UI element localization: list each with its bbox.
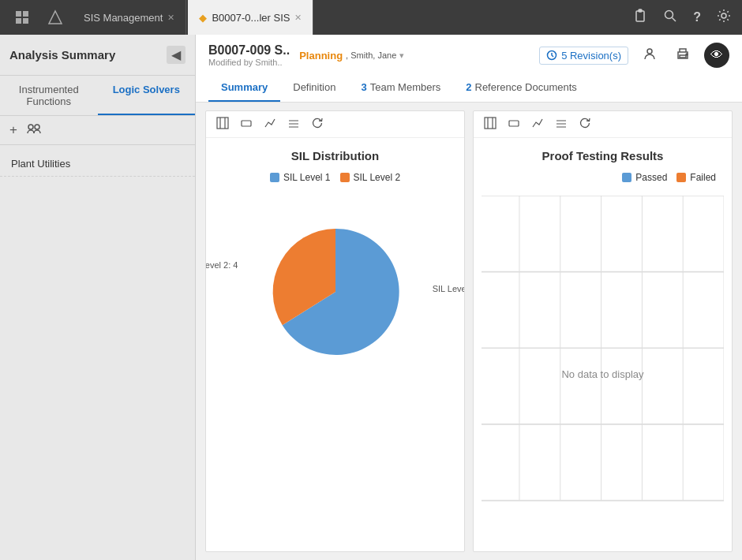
topbar-actions: ? (628, 6, 736, 29)
content-body: SIL Distribution SIL Level 1 SIL Level 2 (196, 103, 742, 560)
proof-chart-area: No data to display 2013 2014 2015 2016 2… (482, 196, 724, 551)
proof-testing-panel: Proof Testing Results Passed Failed (473, 110, 733, 552)
sil-level1-dot (270, 173, 279, 182)
doc-title: B0007-009 S.. (208, 43, 290, 58)
proof-legend-failed: Failed (676, 172, 716, 183)
pie-chart-container: SIL Level 2: 4 SIL Level 1: 5 (257, 213, 414, 373)
doc-status: Planning , Smith, Jane ▾ (299, 50, 404, 62)
sil-legend-level2: SIL Level 2 (340, 172, 401, 183)
doc-info: B0007-009 S.. Modified by Smith.. (208, 43, 290, 67)
content-area: B0007-009 S.. Modified by Smith.. Planni… (196, 35, 742, 560)
status-label: Planning (299, 50, 343, 62)
pie-label-sil1: SIL Level 1: 5 (433, 284, 465, 293)
proof-failed-dot (676, 173, 686, 182)
proof-chart-icon[interactable] (527, 114, 548, 134)
svg-rect-22 (485, 118, 496, 129)
sidebar-tab-logic-solvers[interactable]: Logic Solvers (98, 76, 196, 115)
sidebar-header: Analysis Summary ◀ (0, 35, 195, 76)
avatar: 👁 (704, 43, 729, 68)
sidebar-tab-instrumented-functions[interactable]: Instrumented Functions (0, 76, 98, 115)
tab-b0007-close[interactable]: ✕ (294, 13, 302, 23)
search-button[interactable] (658, 6, 682, 29)
main-layout: Analysis Summary ◀ Instrumented Function… (0, 35, 742, 560)
tab-b0007-icon: ◆ (199, 12, 207, 24)
pie-label-sil2: SIL Level 2: 4 (205, 260, 238, 270)
svg-rect-15 (680, 55, 686, 58)
revision-button[interactable]: 5 Revision(s) (539, 47, 628, 65)
tab-sis-management-close[interactable]: ✕ (167, 13, 174, 23)
svg-rect-0 (16, 11, 21, 17)
user-icon[interactable] (638, 44, 661, 66)
svg-marker-4 (49, 11, 62, 24)
sil-level2-dot (340, 173, 350, 182)
proof-chart-title: Proof Testing Results (542, 149, 664, 162)
sil-refresh-icon[interactable] (307, 114, 328, 134)
svg-point-11 (35, 125, 39, 129)
tab-sis-management-label: SIS Management (84, 12, 163, 24)
no-data-text: No data to display (561, 368, 643, 379)
pie-chart-svg (257, 213, 414, 371)
svg-rect-17 (217, 118, 228, 129)
tab-definition[interactable]: Definition (280, 74, 348, 102)
print-button[interactable] (671, 44, 695, 66)
svg-point-10 (28, 125, 33, 129)
sil-chart-icon[interactable] (260, 114, 280, 134)
proof-refresh-icon[interactable] (575, 114, 595, 134)
tab-b0007[interactable]: ◆ B0007-0...ler SIS ✕ (188, 0, 313, 35)
assignee-label: , Smith, Jane (346, 50, 396, 60)
proof-legend: Passed Failed (622, 172, 716, 183)
tab-hierarchy[interactable] (39, 0, 71, 35)
status-chevron-icon[interactable]: ▾ (399, 50, 404, 61)
sil-distribution-panel: SIL Distribution SIL Level 1 SIL Level 2 (205, 110, 465, 552)
tab-reference-documents[interactable]: 2 Reference Documents (453, 74, 590, 102)
svg-rect-23 (509, 121, 519, 126)
tab-b0007-label: B0007-0...ler SIS (212, 12, 290, 24)
help-button[interactable]: ? (688, 7, 706, 28)
sidebar: Analysis Summary ◀ Instrumented Function… (0, 35, 196, 560)
svg-line-8 (673, 18, 676, 22)
svg-point-7 (665, 11, 673, 19)
content-tabs: Summary Definition 3 Team Members 2 Refe… (208, 74, 729, 102)
sil-chart-title: SIL Distribution (291, 149, 379, 162)
add-button[interactable]: + (8, 121, 19, 140)
svg-rect-18 (242, 121, 251, 126)
svg-point-13 (647, 49, 652, 54)
content-header-top: B0007-009 S.. Modified by Smith.. Planni… (208, 43, 729, 74)
proof-panel-content: Proof Testing Results Passed Failed (474, 138, 732, 551)
proof-map-icon[interactable] (480, 114, 500, 134)
sil-map-icon[interactable] (212, 114, 233, 134)
proof-list-icon[interactable] (551, 115, 571, 133)
top-bar: SIS Management ✕ ◆ B0007-0...ler SIS ✕ ? (0, 0, 742, 35)
sidebar-content: Plant Utilities (0, 145, 195, 560)
sil-list-icon[interactable] (283, 115, 304, 133)
tab-sis-management[interactable]: SIS Management ✕ (73, 0, 186, 35)
tab-dashboard[interactable] (6, 0, 38, 35)
sil-legend: SIL Level 1 SIL Level 2 (270, 172, 400, 183)
settings-button[interactable] (712, 6, 736, 29)
sidebar-title: Analysis Summary (9, 48, 167, 62)
proof-shape-icon[interactable] (504, 114, 524, 134)
doc-meta: Modified by Smith.. (208, 58, 290, 67)
sidebar-item-plant-utilities[interactable]: Plant Utilities (0, 151, 195, 177)
proof-legend-passed: Passed (622, 172, 667, 183)
sil-shape-icon[interactable] (236, 114, 257, 134)
group-button[interactable] (25, 121, 43, 140)
svg-point-9 (721, 13, 726, 18)
sil-panel-toolbar (206, 111, 464, 138)
content-header: B0007-009 S.. Modified by Smith.. Planni… (196, 35, 742, 103)
tab-summary[interactable]: Summary (208, 74, 280, 102)
svg-point-16 (686, 54, 688, 55)
proof-panel-toolbar (474, 111, 732, 138)
sidebar-tabs: Instrumented Functions Logic Solvers (0, 76, 195, 116)
svg-rect-3 (23, 18, 28, 24)
svg-rect-5 (636, 11, 644, 21)
svg-rect-6 (639, 9, 642, 12)
sidebar-collapse-button[interactable]: ◀ (167, 46, 186, 64)
clipboard-button[interactable] (628, 6, 652, 29)
tab-team-members[interactable]: 3 Team Members (348, 74, 453, 102)
proof-passed-dot (622, 173, 631, 182)
sil-legend-level1: SIL Level 1 (270, 172, 331, 183)
sidebar-toolbar: + (0, 116, 195, 145)
svg-rect-2 (16, 18, 21, 24)
svg-rect-1 (23, 11, 28, 17)
